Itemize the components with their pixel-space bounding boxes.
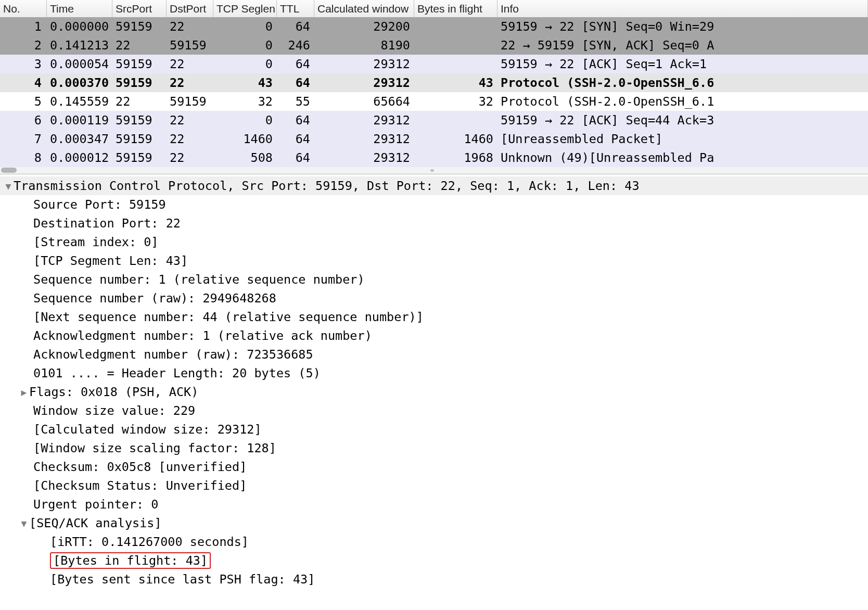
packet-detail-pane[interactable]: ▼ Transmission Control Protocol, Src Por… [0,174,868,589]
cell-no: 8 [0,150,47,165]
bytes-inflight-row[interactable]: [Bytes in flight: 43] [0,551,868,570]
cell-win: 29312 [314,75,414,90]
cell-src: 22 [112,94,167,109]
cell-ttl: 64 [277,57,314,71]
detail-line[interactable]: [Next sequence number: 44 (relative sequ… [0,308,868,326]
packet-list-pane[interactable]: No. Time SrcPort DstPort TCP Seglen TTL … [0,0,868,174]
col-ttl[interactable]: TTL [277,0,314,17]
detail-line[interactable]: [iRTT: 0.141267000 seconds] [0,532,868,551]
cell-ttl: 246 [277,38,314,53]
cell-info: Unknown (49)[Unreassembled Pa [497,150,868,165]
col-no[interactable]: No. [0,0,47,17]
cell-info: 59159 → 22 [ACK] Seq=1 Ack=1 [497,57,868,71]
col-dst[interactable]: DstPort [167,0,213,17]
cell-bif: 1460 [414,132,497,146]
cell-time: 0.145559 [47,94,112,109]
bytes-inflight-highlight: [Bytes in flight: 43] [50,552,211,569]
cell-seg: 0 [213,38,277,53]
cell-win: 8190 [314,38,414,53]
cell-dst: 22 [167,132,213,146]
cell-time: 0.000119 [47,113,112,128]
detail-line[interactable]: Acknowledgment number: 1 (relative ack n… [0,326,868,345]
table-row[interactable]: 40.000370591592243642931243Protocol (SSH… [0,73,868,92]
col-src[interactable]: SrcPort [112,0,167,17]
col-bif[interactable]: Bytes in flight [414,0,497,17]
disclosure-down-icon[interactable]: ▼ [19,518,29,529]
cell-src: 59159 [112,150,167,165]
cell-no: 2 [0,38,47,53]
cell-dst: 22 [167,150,213,165]
flags-text: Flags: 0x018 (PSH, ACK) [29,385,198,399]
cell-ttl: 64 [277,132,314,146]
cell-no: 5 [0,94,47,109]
detail-line[interactable]: Sequence number (raw): 2949648268 [0,289,868,308]
cell-src: 59159 [112,75,167,90]
table-row[interactable]: 50.145559225915932556566432Protocol (SSH… [0,92,868,111]
detail-line[interactable]: Source Port: 59159 [0,195,868,214]
detail-line[interactable]: 0101 .... = Header Length: 20 bytes (5) [0,364,868,383]
cell-ttl: 55 [277,94,314,109]
detail-line[interactable]: Acknowledgment number (raw): 723536685 [0,345,868,364]
detail-line[interactable]: Destination Port: 22 [0,214,868,233]
col-info[interactable]: Info [497,0,868,17]
cell-ttl: 64 [277,75,314,90]
flags-row[interactable]: ▶ Flags: 0x018 (PSH, ACK) [0,383,868,401]
disclosure-right-icon[interactable]: ▶ [19,387,29,398]
cell-seg: 43 [213,75,277,90]
cell-dst: 22 [167,57,213,71]
cell-no: 7 [0,132,47,146]
table-row[interactable]: 10.00000059159220642920059159 → 22 [SYN]… [0,17,868,36]
cell-seg: 0 [213,19,277,34]
cell-dst: 22 [167,19,213,34]
cell-bif: 43 [414,75,497,90]
cell-seg: 0 [213,113,277,128]
detail-line[interactable]: Sequence number: 1 (relative sequence nu… [0,270,868,289]
cell-info: Protocol (SSH-2.0-OpenSSH_6.1 [497,94,868,109]
detail-line[interactable]: [TCP Segment Len: 43] [0,251,868,270]
table-row[interactable]: 70.0003475915922146064293121460[Unreasse… [0,130,868,148]
cell-bif: 1968 [414,150,497,165]
detail-line[interactable]: [Calculated window size: 29312] [0,420,868,439]
col-win[interactable]: Calculated window [314,0,414,17]
scrollbar-thumb[interactable] [1,168,17,173]
cell-time: 0.000000 [47,19,112,34]
table-row[interactable]: 20.14121322591590246819022 → 59159 [SYN,… [0,36,868,55]
detail-line[interactable]: [Bytes sent since last PSH flag: 43] [0,570,868,589]
cell-time: 0.000370 [47,75,112,90]
detail-line[interactable]: [Window size scaling factor: 128] [0,439,868,458]
cell-win: 29200 [314,19,414,34]
disclosure-down-icon[interactable]: ▼ [3,181,14,192]
packet-hscrollbar[interactable] [0,167,868,174]
cell-ttl: 64 [277,19,314,34]
detail-line[interactable]: Window size value: 229 [0,401,868,420]
table-row[interactable]: 80.000012591592250864293121968Unknown (4… [0,148,868,167]
cell-win: 29312 [314,113,414,128]
cell-dst: 22 [167,75,213,90]
cell-dst: 59159 [167,94,213,109]
detail-line[interactable]: [Stream index: 0] [0,233,868,251]
cell-win: 65664 [314,94,414,109]
cell-win: 29312 [314,57,414,71]
cell-time: 0.141213 [47,38,112,53]
cell-info: [Unreassembled Packet] [497,132,868,146]
cell-ttl: 64 [277,150,314,165]
table-row[interactable]: 30.00005459159220642931259159 → 22 [ACK]… [0,55,868,73]
cell-time: 0.000347 [47,132,112,146]
cell-src: 59159 [112,113,167,128]
cell-info: 59159 → 22 [SYN] Seq=0 Win=29 [497,19,868,34]
detail-line[interactable]: [Checksum Status: Unverified] [0,476,868,495]
col-seg[interactable]: TCP Seglen [213,0,277,17]
seqack-row[interactable]: ▼ [SEQ/ACK analysis] [0,514,868,532]
cell-dst: 59159 [167,38,213,53]
detail-line[interactable]: Urgent pointer: 0 [0,495,868,514]
cell-src: 59159 [112,57,167,71]
cell-seg: 32 [213,94,277,109]
cell-dst: 22 [167,113,213,128]
table-row[interactable]: 60.00011959159220642931259159 → 22 [ACK]… [0,111,868,130]
col-time[interactable]: Time [47,0,112,17]
cell-no: 4 [0,75,47,90]
detail-line[interactable]: Checksum: 0x05c8 [unverified] [0,458,868,476]
tcp-header-text: Transmission Control Protocol, Src Port:… [14,179,640,193]
tcp-header-row[interactable]: ▼ Transmission Control Protocol, Src Por… [0,176,868,195]
cell-src: 59159 [112,132,167,146]
